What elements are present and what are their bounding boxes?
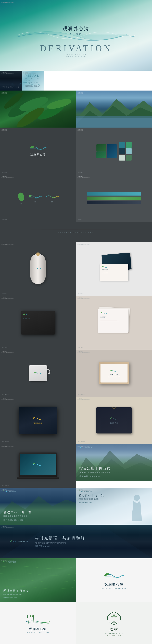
svg-point-37 — [27, 615, 28, 618]
bizcard-info: Tel: 0666 6666 — [102, 272, 126, 274]
tube-body — [30, 254, 46, 284]
wave-element: 标志 — [28, 194, 42, 203]
panel-bizcard: 佳图网 jiatupic.com 观澜养心湾 Tel: 0666 6666 名片… — [76, 242, 152, 296]
panel-logo: 佳图网 jiatupic.com 观澜养心湾 JIAN XIHU CEI 标准组… — [0, 128, 76, 175]
notebook-logo — [23, 313, 32, 316]
wave-svg — [28, 194, 42, 200]
palette-panel-label: 色彩规范 — [78, 172, 84, 173]
svg-line-40 — [33, 616, 34, 624]
darkbox-logo: 观澜养心湾 — [33, 416, 43, 424]
panel-cardbox: 佳图网 jiatupic.com 观澜养心湾 GUANLAN YANGXIN B… — [76, 350, 152, 397]
ad-woman-brand: 观澜养心湾 — [84, 490, 92, 492]
watermark-cardbox: 佳图网 jiatupic.com — [77, 351, 90, 353]
logo-panel-label: 标准组合 — [2, 172, 8, 173]
dot-4 — [78, 230, 78, 231]
jiushu-sub: 养生 · 康养 · 健康 — [105, 635, 123, 636]
watermark-darkbox: 佳图网 jiatupic.com — [1, 398, 14, 400]
stripe-green — [87, 196, 141, 200]
dot-5 — [80, 230, 81, 231]
kraft-logo-svg — [110, 417, 118, 420]
hero-section: 佳图网 jiatupic.com 观澜养心湾 VI 推荐 DERIVATION … — [0, 0, 152, 71]
hero-title-sub: VI 推荐 — [62, 32, 90, 35]
mug-body — [29, 365, 47, 381]
icon-elements: 叶形 标志 — [17, 192, 59, 204]
h-dots — [71, 230, 81, 231]
terrace-brand: 观澜养心湾 — [8, 561, 16, 563]
hero-derived-text: TO BE DERIVED — [40, 56, 112, 57]
row-icons: 佳图网 jiatupic.com 辅助图形 叶形 标志 — [0, 175, 152, 222]
mug-logo-area — [29, 365, 47, 381]
row-notebook-stationery: 佳图网 jiatupic.com 观澜养心湾 笔记本设计 佳图网 jiatupi… — [0, 296, 152, 350]
stripe-dark — [87, 201, 141, 204]
mug-label: 马克杯设计 — [2, 394, 9, 396]
ad-green-logo-svg — [3, 490, 8, 492]
final-logo-guanlan-text: 观澜养心湾 GUANLAN YANGXIN BAY — [102, 582, 126, 589]
watermark-top-left: 佳图网 jiatupic.com — [1, 1, 14, 4]
hero-derivation-text: DERIVATION — [40, 43, 112, 53]
final-logo-cn: 观澜养心湾 — [102, 582, 126, 587]
hline-text: GUANLAN YANGXIN BAY — [58, 232, 94, 234]
bow-svg — [111, 406, 117, 410]
swatch-row-3 — [119, 155, 132, 160]
main-logo-en: JIAN XIHU CEI — [30, 156, 46, 158]
teal-wave-accent — [20, 80, 40, 87]
line-3 — [101, 321, 119, 322]
laptop-label: 笔记本电脑 — [2, 485, 9, 486]
tube-container — [30, 254, 46, 284]
mug-container — [29, 365, 47, 381]
row-laptop-mountain: 佳图网 jiatupic.com 笔记本电脑 佳图网 jiatupic.com — [0, 444, 152, 488]
ad-woman-logo: 观澜养心湾 — [79, 490, 149, 492]
wave-label: 标志 — [34, 201, 36, 203]
visual-sub1: TRANSMISSION — [25, 78, 40, 80]
watermark-tube: 佳图网 jiatupic.com — [1, 243, 14, 246]
laptop-screen-logo — [33, 462, 43, 467]
panel-leaves: 佳图网 jiatupic.com — [0, 90, 76, 128]
ad-mtn-brand: 观澜养心湾 — [85, 447, 92, 449]
panel-visual: 佳图网 jiatupic.com VISUAL TRANSMISSION OF … — [22, 71, 44, 90]
panel-logo-jiushu: 佳图网 jiatupic.com 玖树 EVERGREEN TREE 养生 · … — [76, 602, 152, 644]
panel-tube: 佳图网 jiatupic.com 纸袋设计 — [0, 242, 76, 296]
cardbox-label: 名片盒设计 — [78, 394, 85, 396]
ad-green-text: 爱过自己｜再出发 国际康养健康项目限量发售 服务热线: 0666 6666 — [3, 510, 73, 521]
row-tube-biz: 佳图网 jiatupic.com 纸袋设计 佳图网 jiatupic.com — [0, 242, 152, 296]
leaves-svg — [0, 90, 76, 128]
icons-label-top: 辅助图形 — [2, 176, 8, 178]
paper-lines — [101, 320, 126, 322]
paper-content: 观澜养心湾 — [98, 309, 128, 324]
hero-creative-text: CREATIVE LOGO — [40, 54, 112, 55]
h-line-bottom — [25, 234, 127, 234]
laptop-screen — [20, 454, 56, 475]
bottom-logo-guanlan-svg — [25, 615, 51, 625]
watermark-laptop: 佳图网 jiatupic.com — [1, 445, 14, 448]
jiushu-text-block: 玖树 EVERGREEN TREE 养生 · 康养 · 健康 — [105, 627, 123, 636]
water-texture — [0, 78, 22, 90]
panel-terraces: 佳图网 jiatupic.com 观澜养心湾 爱过自己｜再出发 国际康养养老项目… — [0, 558, 76, 602]
row-bottom-logos: 佳图网 jiatupic.com 观澜养心湾 GUANLAN YANGXIN B… — [0, 602, 152, 644]
tube-wave-svg — [35, 267, 41, 270]
laptop-lid — [19, 452, 57, 477]
ad-woman-logo-svg — [79, 490, 83, 492]
panel-extra: 佳图网 jiatupic.com 标准色 辅助色 — [76, 175, 152, 222]
dot-3 — [76, 230, 76, 231]
laptop-base — [17, 477, 59, 479]
svg-point-16 — [101, 312, 102, 314]
svg-point-50 — [115, 616, 117, 617]
extra-panel-label: 辅助色 — [78, 219, 82, 220]
tube-cap — [36, 252, 40, 256]
ad-green-sub: 国际康养健康项目限量发售 — [3, 515, 73, 518]
swatch-green — [126, 142, 132, 148]
svg-rect-9 — [76, 118, 152, 128]
ad-green-title: 爱过自己｜再出发 — [3, 510, 73, 514]
stationery-container: 观澜养心湾 — [95, 306, 133, 340]
panel-opening: 佳图网 jiatupic.com THE OPENING — [0, 71, 22, 90]
ad-mtn-phone: 服务热线: 0666 6666 — [79, 475, 149, 478]
swatch-forest — [126, 155, 132, 160]
terrace-text: 爱过自己｜再出发 国际康养养老项目限量发售 服务热线: 0666 6666 — [3, 589, 73, 599]
notebook-container: 观澜养心湾 — [21, 311, 55, 334]
ad-green-logo: 观澜养心湾 — [3, 490, 16, 492]
mountain-svg — [76, 90, 152, 128]
gradient-label: 渐变 — [51, 201, 53, 203]
hero-title-cn: 观澜养心湾 — [62, 26, 90, 32]
main-logo-display: 观澜养心湾 JIAN XIHU CEI — [30, 145, 46, 158]
main-logo-wave-svg — [30, 145, 46, 152]
